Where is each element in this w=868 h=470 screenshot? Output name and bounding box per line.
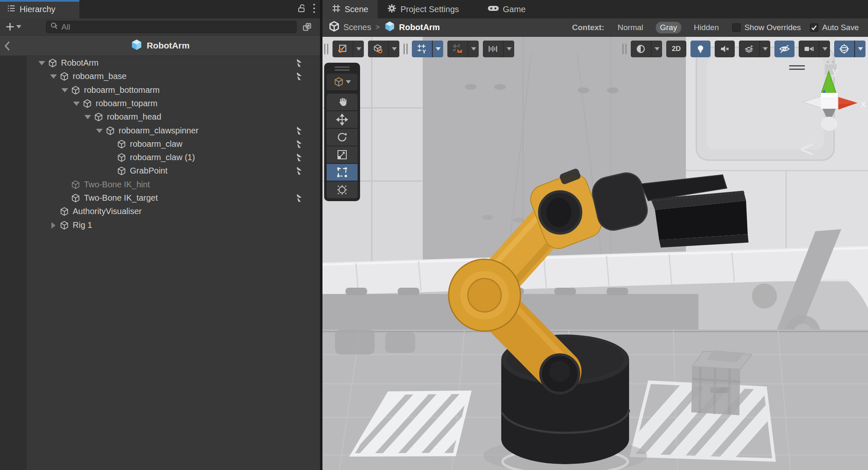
grid-dropdown[interactable] [433,41,443,57]
drag-handle-icon[interactable] [324,43,328,54]
hidden-objects-button[interactable] [774,41,794,57]
kebab-menu-icon[interactable] [312,3,316,16]
tab-scene[interactable]: Scene [322,0,378,18]
scene-viewport[interactable]: < [322,37,868,470]
show-overrides-toggle[interactable]: Show Overrides [732,23,801,32]
scale-tool[interactable] [327,146,358,163]
orientation-gizmo[interactable]: y x [797,58,868,131]
tree-row-robotarm[interactable]: RobotArm [0,56,320,70]
drag-handle-icon[interactable] [622,43,627,54]
expand-triangle-icon[interactable] [83,110,93,124]
rect-tool-icon [336,166,348,178]
drag-handle-icon[interactable] [404,43,408,54]
pick-cursor-icon[interactable] [296,59,305,68]
context-label: Context: [572,23,604,32]
tool-context-button[interactable] [327,74,358,90]
tree-row-grabpoint[interactable]: GrabPoint [0,164,320,178]
snap-dropdown[interactable] [468,41,479,57]
draw-mode-dropdown[interactable] [652,41,662,57]
open-new-window-icon[interactable] [302,22,312,35]
scene-overlay-toolbar: Y [324,41,865,57]
tree-row-authorityvisualiser[interactable]: AuthorityVisualiser [0,204,320,218]
expand-triangle-icon[interactable] [60,83,70,97]
tree-row-roboarm-base[interactable]: roboarm_base [0,69,320,83]
pick-cursor-icon[interactable] [296,72,305,81]
tree-row-roboarm-toparm[interactable]: roboarm_toparm [0,97,320,110]
tree-row-roboarm-clawspinner[interactable]: roboarm_clawspinner [0,124,320,138]
context-option-hidden[interactable]: Hidden [690,22,723,33]
context-option-normal[interactable]: Normal [614,22,647,33]
pick-cursor-icon[interactable] [296,153,305,162]
tree-row-roboarm-claw-1-[interactable]: roboarm_claw (1) [0,151,320,164]
show-overrides-checkbox[interactable] [732,23,741,32]
handle-orientation-button[interactable] [368,41,388,57]
search-icon [50,21,59,33]
2d-view-button[interactable]: 2D [666,41,686,57]
scene-lighting-button[interactable] [690,41,711,57]
tree-row-two-bone-ik-target[interactable]: Two-Bone IK_target [0,191,320,205]
tools-overlay [324,63,360,201]
grid-visibility-button[interactable]: Y [412,41,432,57]
gamepad-icon [487,4,499,15]
move-tool[interactable] [327,111,358,128]
unlock-icon[interactable] [297,3,307,15]
gameobject-cube-icon [59,72,69,82]
search-input[interactable] [61,23,293,32]
move-tool-icon [336,114,348,125]
pick-cursor-icon[interactable] [296,166,305,176]
pick-cursor-icon[interactable] [296,140,305,149]
expand-triangle-icon[interactable] [94,124,104,138]
hierarchy-panel: Hierarchy [0,0,320,470]
hierarchy-search[interactable] [46,21,297,33]
effects-toggle-button[interactable] [739,41,759,57]
auto-save-checkbox[interactable] [810,23,818,32]
add-object-button[interactable] [5,22,21,32]
expand-triangle-icon[interactable] [37,56,47,70]
effects-dropdown[interactable] [760,41,770,57]
rect-tool[interactable] [327,164,358,181]
drag-handle-icon[interactable] [327,65,358,74]
tree-row-two-bone-ik-hint[interactable]: Two-Bone IK_hint [0,178,320,192]
rotate-tool[interactable] [327,129,358,146]
pivot-dropdown[interactable] [353,41,364,57]
breadcrumb-scenes[interactable]: Scenes [343,23,371,32]
auto-save-toggle[interactable]: Auto Save [810,23,859,32]
prefab-header-title: RobotArm [147,41,190,51]
orientation-dropdown[interactable] [389,41,399,57]
tab-game[interactable]: Game [478,0,535,18]
gizmos-toggle-button[interactable] [834,41,854,57]
tree-row-roboarm-head[interactable]: roboarm_head [0,110,320,124]
breadcrumb-current[interactable]: RobotArm [399,23,440,32]
tree-row-roboarm-bottomarm[interactable]: roboarm_bottomarm [0,83,320,97]
tab-hierarchy[interactable]: Hierarchy [0,0,79,18]
draw-mode-button[interactable] [631,41,651,57]
snap-increment-button[interactable] [483,41,503,57]
expand-triangle-icon[interactable] [48,218,58,232]
camera-dropdown[interactable] [820,41,830,57]
tool-handle-pivot-button[interactable] [332,41,353,57]
tree-item-label: GrabPoint [130,166,168,176]
expand-triangle-icon[interactable] [71,97,81,110]
scene-camera-button[interactable] [799,41,819,57]
hierarchy-tree: RobotArmroboarm_baseroboarm_bottomarmrob… [0,56,320,470]
tree-item-label: roboarm_claw (1) [130,153,195,162]
snap-increment-dropdown[interactable] [504,41,514,57]
snap-toggle-button[interactable] [447,41,467,57]
pick-cursor-icon[interactable] [296,126,305,135]
transform-tool[interactable] [327,181,358,198]
gizmos-dropdown[interactable] [855,41,865,57]
view-hand-tool[interactable] [327,94,358,110]
tree-row-roboarm-claw[interactable]: roboarm_claw [0,137,320,151]
back-chevron-icon[interactable] [3,41,12,54]
pick-cursor-icon[interactable] [296,194,305,203]
context-option-gray[interactable]: Gray [656,22,681,33]
prefab-header: RobotArm [0,35,320,56]
audio-mute-icon[interactable] [715,41,735,57]
breadcrumb-bar: Scenes > RobotArm Context: NormalGrayHid… [322,18,868,37]
tree-row-rig-1[interactable]: Rig 1 [0,218,320,232]
unity-cube-icon [328,20,340,34]
tab-project-settings-label: Project Settings [401,5,459,14]
hierarchy-tabbar: Hierarchy [0,0,320,18]
expand-triangle-icon[interactable] [48,69,58,83]
tab-project-settings[interactable]: Project Settings [378,0,468,18]
